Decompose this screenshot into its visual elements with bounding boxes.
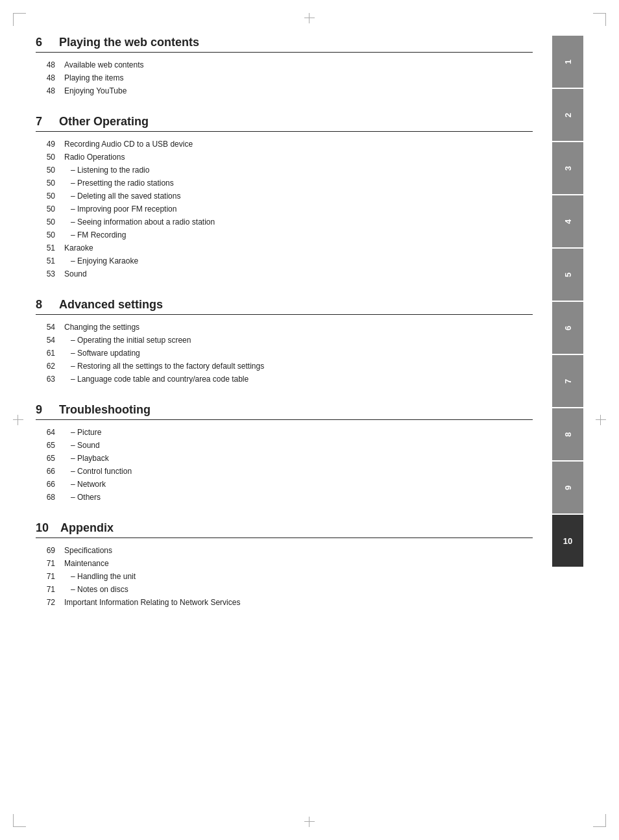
toc-text-4-0[interactable]: Specifications	[64, 545, 533, 556]
toc-page-2-4: 63	[36, 373, 55, 385]
toc-entry-4-1: 71Maintenance	[36, 558, 533, 569]
toc-entry-4-4: 72Important Information Relating to Netw…	[36, 597, 533, 608]
sidebar-tab-10[interactable]: 10	[552, 515, 583, 567]
toc-entry-1-3: 50– Presetting the radio stations	[36, 177, 533, 189]
toc-text-1-8[interactable]: Karaoke	[64, 242, 533, 254]
toc-text-1-10[interactable]: Sound	[64, 268, 533, 280]
toc-text-3-3[interactable]: – Control function	[64, 465, 533, 477]
sidebar-tab-2[interactable]: 2	[552, 89, 583, 141]
toc-text-1-7[interactable]: – FM Recording	[64, 229, 533, 241]
toc-text-3-0[interactable]: – Picture	[64, 426, 533, 438]
toc-text-2-2[interactable]: – Software updating	[64, 347, 533, 359]
toc-text-2-0[interactable]: Changing the settings	[64, 321, 533, 333]
toc-text-4-3[interactable]: – Notes on discs	[64, 584, 533, 595]
toc-page-1-7: 50	[36, 229, 55, 241]
toc-page-2-2: 61	[36, 347, 55, 359]
section-num-10: 10	[36, 521, 49, 535]
toc-text-3-5[interactable]: – Others	[64, 491, 533, 503]
sidebar-tab-5[interactable]: 5	[552, 249, 583, 301]
toc-page-3-1: 65	[36, 439, 55, 451]
section-6: 6Playing the web contents48Available web…	[36, 36, 533, 97]
sidebar-tab-3[interactable]: 3	[552, 142, 583, 194]
section-num-8: 8	[36, 298, 47, 312]
toc-entry-3-2: 65– Playback	[36, 452, 533, 464]
toc-text-1-2[interactable]: – Listening to the radio	[64, 164, 533, 176]
toc-text-2-1[interactable]: – Operating the initial setup screen	[64, 334, 533, 346]
toc-page-1-8: 51	[36, 242, 55, 254]
toc-page-4-3: 71	[36, 584, 55, 595]
toc-page-0-0: 48	[36, 59, 55, 71]
toc-entry-0-2: 48Enjoying YouTube	[36, 85, 533, 97]
toc-text-2-3[interactable]: – Restoring all the settings to the fact…	[64, 360, 533, 372]
toc-text-0-0[interactable]: Available web contents	[64, 59, 533, 71]
toc-text-1-6[interactable]: – Seeing information about a radio stati…	[64, 216, 533, 228]
section-title-10: Appendix	[60, 521, 114, 535]
sidebar-tab-6[interactable]: 6	[552, 302, 583, 354]
section-title-6: Playing the web contents	[59, 36, 199, 49]
toc-page-1-2: 50	[36, 164, 55, 176]
crosshair-top	[304, 13, 315, 23]
sidebar-tab-7[interactable]: 7	[552, 355, 583, 407]
toc-text-0-1[interactable]: Playing the items	[64, 72, 533, 84]
toc-text-3-2[interactable]: – Playback	[64, 452, 533, 464]
toc-text-3-4[interactable]: – Network	[64, 478, 533, 490]
section-title-7: Other Operating	[59, 115, 149, 129]
section-num-6: 6	[36, 36, 47, 49]
toc-text-1-9[interactable]: – Enjoying Karaoke	[64, 255, 533, 267]
section-num-7: 7	[36, 115, 47, 129]
toc-text-4-1[interactable]: Maintenance	[64, 558, 533, 569]
sidebar-tab-8[interactable]: 8	[552, 408, 583, 460]
section-10: 10Appendix69Specifications71Maintenance7…	[36, 521, 533, 608]
toc-entry-2-1: 54– Operating the initial setup screen	[36, 334, 533, 346]
sidebar-tab-1[interactable]: 1	[552, 36, 583, 88]
section-header-7: 7Other Operating	[36, 115, 533, 132]
content-area: 6Playing the web contents48Available web…	[36, 36, 552, 804]
toc-text-1-1[interactable]: Radio Operations	[64, 151, 533, 163]
toc-text-2-4[interactable]: – Language code table and country/area c…	[64, 373, 533, 385]
toc-page-3-0: 64	[36, 426, 55, 438]
toc-text-1-3[interactable]: – Presetting the radio stations	[64, 177, 533, 189]
toc-entry-1-0: 49Recording Audio CD to a USB device	[36, 138, 533, 150]
toc-entry-0-1: 48Playing the items	[36, 72, 533, 84]
toc-entry-1-8: 51Karaoke	[36, 242, 533, 254]
toc-entry-3-5: 68– Others	[36, 491, 533, 503]
toc-text-1-0[interactable]: Recording Audio CD to a USB device	[64, 138, 533, 150]
toc-entry-3-4: 66– Network	[36, 478, 533, 490]
toc-entry-4-0: 69Specifications	[36, 545, 533, 556]
toc-page-1-10: 53	[36, 268, 55, 280]
corner-mark-tl	[13, 13, 26, 26]
toc-entry-4-3: 71– Notes on discs	[36, 584, 533, 595]
toc-text-4-4[interactable]: Important Information Relating to Networ…	[64, 597, 533, 608]
crosshair-mid-right	[596, 415, 606, 425]
toc-page-1-0: 49	[36, 138, 55, 150]
section-title-8: Advanced settings	[59, 298, 163, 312]
crosshair-bottom	[304, 817, 315, 827]
toc-entry-1-2: 50– Listening to the radio	[36, 164, 533, 176]
toc-text-1-5[interactable]: – Improving poor FM reception	[64, 203, 533, 215]
toc-page-1-1: 50	[36, 151, 55, 163]
toc-page-1-3: 50	[36, 177, 55, 189]
toc-page-1-5: 50	[36, 203, 55, 215]
sidebar-tab-9[interactable]: 9	[552, 462, 583, 513]
sidebar-tab-4[interactable]: 4	[552, 195, 583, 247]
section-8: 8Advanced settings54Changing the setting…	[36, 298, 533, 385]
toc-text-3-1[interactable]: – Sound	[64, 439, 533, 451]
toc-page-3-2: 65	[36, 452, 55, 464]
toc-text-4-2[interactable]: – Handling the unit	[64, 571, 533, 582]
toc-page-3-5: 68	[36, 491, 55, 503]
section-7: 7Other Operating49Recording Audio CD to …	[36, 115, 533, 280]
toc-page-3-4: 66	[36, 478, 55, 490]
toc-page-2-0: 54	[36, 321, 55, 333]
toc-text-1-4[interactable]: – Deleting all the saved stations	[64, 190, 533, 202]
toc-text-0-2[interactable]: Enjoying YouTube	[64, 85, 533, 97]
toc-page-4-2: 71	[36, 571, 55, 582]
toc-page-3-3: 66	[36, 465, 55, 477]
toc-page-1-4: 50	[36, 190, 55, 202]
toc-entry-1-10: 53Sound	[36, 268, 533, 280]
crosshair-mid-left	[13, 415, 23, 425]
section-header-10: 10Appendix	[36, 521, 533, 538]
section-header-9: 9Troubleshooting	[36, 403, 533, 420]
toc-page-1-6: 50	[36, 216, 55, 228]
toc-entry-3-3: 66– Control function	[36, 465, 533, 477]
toc-page-1-9: 51	[36, 255, 55, 267]
